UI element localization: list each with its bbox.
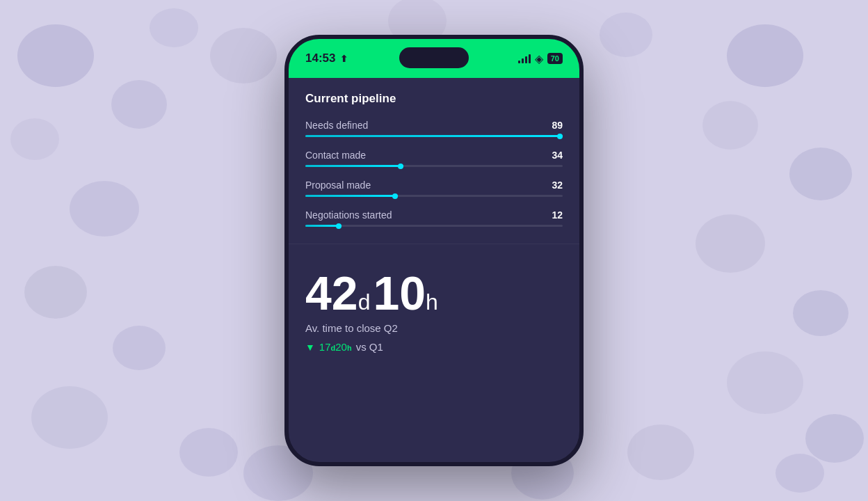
hours-unit: h (426, 289, 438, 315)
progress-bar-1 (305, 165, 403, 167)
svg-point-5 (24, 266, 87, 319)
phone-content: Current pipeline Needs defined 89 Contac… (289, 78, 579, 462)
pipeline-value-2: 32 (552, 180, 563, 191)
pipeline-label-1: Contact made (305, 150, 366, 161)
pipeline-label-2: Proposal made (305, 180, 371, 191)
svg-point-18 (627, 424, 694, 480)
svg-point-6 (113, 326, 166, 370)
avtime-label: Av. time to close Q2 (305, 322, 563, 334)
pipeline-item-2: Proposal made 32 (305, 180, 563, 197)
time-display: 14:53 (305, 51, 335, 65)
phone-frame: 14:53 ⬆ ◈ 70 Current pipeline Needs (284, 35, 584, 466)
svg-point-12 (702, 101, 758, 150)
svg-point-11 (727, 24, 803, 87)
comparison-row: ▼ 17d20h vs Q1 (305, 341, 563, 353)
svg-point-7 (31, 386, 108, 449)
hours-number: 10 (373, 269, 426, 317)
progress-track-2 (305, 195, 563, 197)
svg-point-3 (10, 118, 59, 160)
svg-point-4 (70, 181, 139, 237)
pipeline-value-0: 89 (552, 120, 563, 131)
status-time: 14:53 ⬆ (305, 51, 348, 65)
svg-point-15 (793, 290, 849, 336)
days-unit: d (358, 289, 371, 315)
status-bar: 14:53 ⬆ ◈ 70 (289, 39, 579, 78)
progress-bar-3 (305, 225, 341, 227)
svg-point-16 (727, 351, 803, 414)
svg-point-9 (210, 28, 277, 84)
days-number: 42 (305, 269, 358, 317)
pipeline-label-0: Needs defined (305, 120, 368, 131)
big-time-display: 42 d 10 h (305, 269, 563, 317)
wifi-icon: ◈ (535, 52, 543, 65)
comparison-value: 17d20h (319, 341, 352, 353)
battery-icon: 70 (547, 53, 563, 64)
progress-bar-0 (305, 135, 563, 137)
svg-point-20 (775, 454, 824, 493)
svg-point-14 (696, 214, 765, 273)
progress-bar-2 (305, 195, 398, 197)
pipeline-label-3: Negotiations started (305, 209, 392, 221)
status-icons: ◈ 70 (518, 52, 563, 65)
dynamic-island (399, 47, 469, 68)
progress-track-3 (305, 225, 563, 227)
svg-point-17 (805, 414, 864, 463)
svg-point-13 (789, 148, 852, 200)
avtime-section: 42 d 10 h Av. time to close Q2 ▼ 17d20h … (289, 250, 579, 369)
pipeline-value-1: 34 (552, 150, 563, 161)
progress-track-0 (305, 135, 563, 137)
signal-icon (518, 54, 531, 63)
pipeline-item-3: Negotiations started 12 (305, 209, 563, 227)
pipeline-title: Current pipeline (305, 92, 563, 106)
pipeline-section: Current pipeline Needs defined 89 Contac… (289, 78, 579, 244)
comparison-arrow-icon: ▼ (305, 342, 315, 353)
progress-track-1 (305, 165, 563, 167)
pipeline-item-0: Needs defined 89 (305, 120, 563, 137)
pipeline-value-3: 12 (552, 209, 563, 221)
svg-point-2 (111, 80, 167, 129)
svg-point-1 (17, 24, 94, 87)
svg-point-19 (600, 13, 652, 57)
comparison-text: vs Q1 (356, 341, 383, 353)
navigation-arrow-icon: ⬆ (340, 54, 348, 64)
svg-point-8 (179, 428, 238, 477)
pipeline-item-1: Contact made 34 (305, 150, 563, 167)
svg-point-10 (150, 8, 198, 47)
